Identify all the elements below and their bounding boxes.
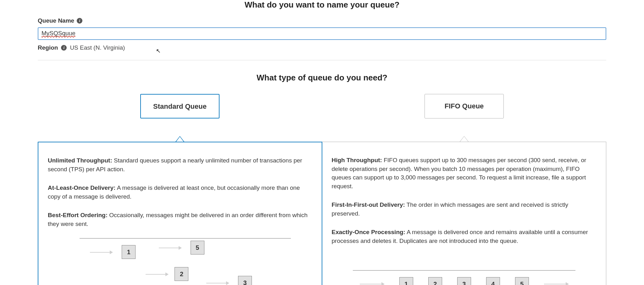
diagram-box: 4 — [486, 277, 500, 285]
standard-queue-panel: Unlimited Throughput: Standard queues su… — [38, 142, 322, 285]
heading-name-queue: What do you want to name your queue? — [38, 0, 606, 10]
arrow-icon — [544, 284, 569, 284]
diagram-box: 3 — [238, 276, 252, 285]
region-value: US East (N. Virginia) — [70, 44, 125, 51]
queue-name-label: Queue Name — [38, 17, 74, 24]
queue-name-input[interactable]: MySQSquue — [38, 27, 606, 40]
diagram-box: 2 — [428, 277, 442, 285]
region-row: Region i US East (N. Virginia) — [38, 44, 606, 60]
fifo-diagram: 1 2 3 4 5 — [332, 270, 597, 285]
feature-exactly-once: Exactly-Once Processing: A message is de… — [332, 228, 597, 245]
fifo-queue-panel: High Throughput: FIFO queues support up … — [322, 142, 606, 285]
diagram-box: 1 — [399, 277, 413, 285]
feature-fifo-delivery: First-In-First-out Delivery: The order i… — [332, 200, 597, 218]
diagram-box: 3 — [457, 277, 471, 285]
heading-queue-type: What type of queue do you need? — [38, 73, 606, 83]
feature-at-least-once: At-Least-Once Delivery: A message is del… — [48, 184, 312, 201]
diagram-box: 5 — [515, 277, 529, 285]
feature-unlimited-throughput: Unlimited Throughput: Standard queues su… — [48, 156, 312, 173]
feature-high-throughput: High Throughput: FIFO queues support up … — [332, 156, 597, 190]
fifo-queue-button[interactable]: FIFO Queue — [425, 94, 504, 118]
feature-best-effort: Best-Effort Ordering: Occasionally, mess… — [48, 211, 312, 228]
region-label: Region — [38, 44, 58, 51]
panel-notch-row — [38, 136, 606, 142]
info-icon[interactable]: i — [61, 45, 67, 51]
standard-queue-button[interactable]: Standard Queue — [140, 94, 219, 118]
standard-diagram: 1 5 2 3 4 — [48, 238, 312, 285]
diagram-box: 5 — [191, 241, 204, 255]
diagram-box: 2 — [175, 267, 188, 281]
arrow-icon — [360, 284, 384, 284]
diagram-box: 1 — [122, 245, 136, 259]
queue-type-panels: Unlimited Throughput: Standard queues su… — [38, 142, 606, 285]
queue-name-label-row: Queue Name i — [38, 17, 606, 24]
info-icon[interactable]: i — [77, 18, 82, 24]
